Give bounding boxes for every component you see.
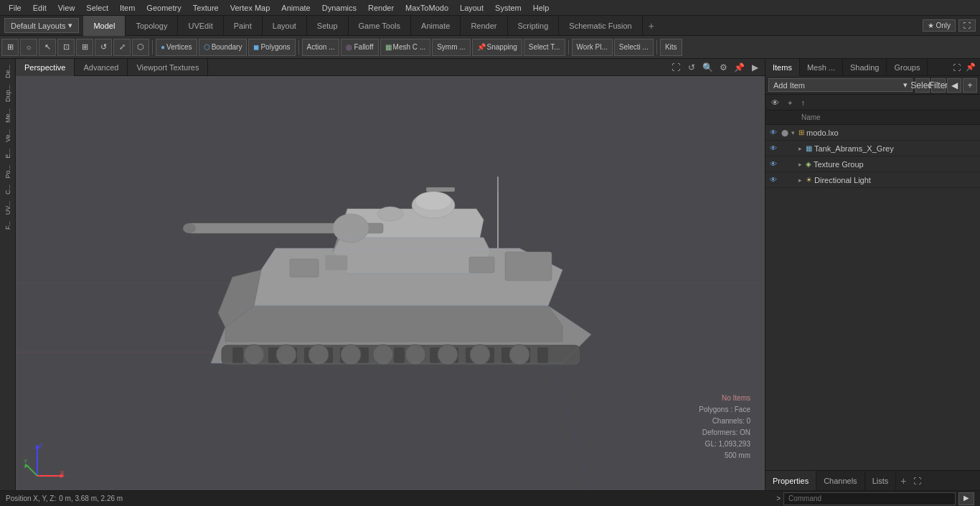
toolbar-falloff-btn[interactable]: ◎ Falloff [341, 39, 378, 56]
toolbar-selecti-btn[interactable]: Selecti ... [614, 39, 654, 56]
sidebar-item-ve..[interactable]: Ve... [3, 126, 13, 145]
tree-item-light[interactable]: 👁 ▸ ☀ Directional Light [765, 172, 980, 188]
toolbar-scale-icon[interactable]: ⤢ [113, 39, 131, 56]
panel-tab-mesh[interactable]: Mesh ... [800, 59, 843, 76]
props-tab-add[interactable]: + [896, 474, 910, 488]
toolbar-action-btn[interactable]: Action ... [302, 39, 340, 56]
layout-tab-uvedit[interactable]: UVEdit [178, 16, 223, 36]
menu-item-render[interactable]: Render [362, 2, 400, 14]
light-expand[interactable]: ▸ [798, 177, 806, 184]
items-up-btn[interactable]: ↑ [798, 98, 808, 108]
toolbar-mesh-btn[interactable]: ▦ Mesh C ... [380, 39, 431, 56]
layout-expand-button[interactable]: ⛶ [958, 19, 976, 32]
menu-item-dynamics[interactable]: Dynamics [316, 2, 362, 14]
props-tab-properties[interactable]: Properties [765, 471, 816, 490]
sidebar-item-c..[interactable]: C... [3, 182, 13, 197]
vp-tab-textures[interactable]: Viewport Textures [128, 59, 208, 76]
vp-tab-perspective[interactable]: Perspective [16, 59, 75, 76]
visibility-texture[interactable]: 👁 [768, 159, 778, 169]
menu-item-select[interactable]: Select [80, 2, 114, 14]
select-button[interactable]: Select [915, 78, 930, 93]
toolbar-transform-icon[interactable]: ⊡ [57, 39, 75, 56]
toolbar-symm-btn[interactable]: Symm ... [432, 39, 470, 56]
layout-tab-scripting[interactable]: Scripting [508, 16, 560, 36]
menu-item-item[interactable]: Item [114, 2, 141, 14]
menu-item-layout[interactable]: Layout [454, 2, 489, 14]
command-go-btn[interactable]: ▶ [958, 492, 974, 505]
panel-collapse-btn[interactable]: ◀ [947, 78, 961, 93]
panel-tab-shading[interactable]: Shading [843, 59, 887, 76]
layout-tab-schematic-fusion[interactable]: Schematic Fusion [559, 16, 642, 36]
toolbar-snapping-btn[interactable]: 📌 Snapping [472, 39, 522, 56]
toolbar-kits-btn[interactable]: Kits [660, 39, 682, 56]
default-layouts-dropdown[interactable]: Default Layouts ▾ [4, 18, 79, 33]
panel-expand-btn[interactable]: + [963, 78, 977, 93]
vp-pin-icon[interactable]: 📌 [732, 60, 746, 75]
tree-item-texture[interactable]: 👁 ▸ ◈ Texture Group [765, 156, 980, 172]
panel-tab-groups[interactable]: Groups [887, 59, 928, 76]
toolbar-select-tool-btn[interactable]: Select T... [524, 39, 565, 56]
toolbar-vertices-btn[interactable]: ● Vertices [156, 39, 197, 56]
toolbar-move-icon[interactable]: ⊞ [76, 39, 93, 56]
sidebar-item-me..[interactable]: Me... [3, 106, 13, 126]
command-input[interactable] [783, 492, 956, 505]
toolbar-shield-icon[interactable]: ⬡ [132, 39, 149, 56]
layout-tab-render[interactable]: Render [461, 16, 507, 36]
vp-expand-icon[interactable]: ⛶ [669, 60, 683, 75]
vp-search-icon[interactable]: 🔍 [700, 60, 715, 75]
vp-settings-icon[interactable]: ⚙ [716, 60, 730, 75]
layout-tab-setup[interactable]: Setup [307, 16, 349, 36]
toolbar-boundary-btn[interactable]: ⬡ Boundary [199, 39, 248, 56]
panel-tab-items[interactable]: Items [765, 59, 800, 76]
vp-reset-icon[interactable]: ↺ [684, 60, 699, 75]
menu-item-system[interactable]: System [489, 2, 527, 14]
add-item-dropdown[interactable]: Add Item ▾ [768, 78, 913, 92]
sidebar-item-dup..[interactable]: Dup... [3, 82, 13, 105]
menu-item-help[interactable]: Help [527, 2, 555, 14]
viewport-canvas[interactable]: No Items Polygons : Face Channels: 0 Def… [16, 76, 765, 490]
props-expand-icon[interactable]: ⛶ [910, 474, 923, 487]
toolbar-cursor-icon[interactable]: ↖ [39, 39, 56, 56]
layout-tab-model[interactable]: Model [83, 16, 126, 36]
sidebar-item-po..[interactable]: Po... [3, 162, 13, 182]
layout-tab-game-tools[interactable]: Game Tools [349, 16, 412, 36]
vp-tab-advanced[interactable]: Advanced [75, 59, 128, 76]
menu-item-vertex map[interactable]: Vertex Map [225, 2, 276, 14]
props-tab-lists[interactable]: Lists [865, 471, 897, 490]
menu-item-view[interactable]: View [52, 2, 81, 14]
toolbar-workplane-btn[interactable]: Work Pl... [572, 39, 613, 56]
toolbar-polygons-btn[interactable]: ◼ Polygons [248, 39, 295, 56]
panel-expand-icon[interactable]: ⛶ [950, 61, 963, 74]
panel-pin-icon[interactable]: 📌 [964, 61, 977, 74]
layout-tab-topology[interactable]: Topology [126, 16, 178, 36]
props-tab-channels[interactable]: Channels [816, 471, 864, 490]
texture-expand[interactable]: ▸ [798, 161, 806, 168]
visibility-icon2[interactable]: ⬤ [780, 128, 790, 138]
mesh-expand[interactable]: ▸ [798, 145, 806, 152]
tree-item-mesh[interactable]: 👁 ▸ ▦ Tank_Abrams_X_Grey [765, 141, 980, 156]
sidebar-item-de..[interactable]: De... [3, 62, 13, 81]
scene-expand[interactable]: ▾ [791, 129, 798, 136]
layout-tab-add[interactable]: + [643, 17, 660, 34]
items-add-btn[interactable]: + [785, 98, 795, 108]
toolbar-circle-icon[interactable]: ○ [20, 39, 37, 56]
visibility-light[interactable]: 👁 [768, 175, 778, 185]
layout-tab-paint[interactable]: Paint [224, 16, 263, 36]
menu-item-file[interactable]: File [3, 2, 27, 14]
menu-item-animate[interactable]: Animate [275, 2, 316, 14]
layout-tab-animate[interactable]: Animate [411, 16, 461, 36]
sidebar-item-f..[interactable]: F... [3, 218, 13, 233]
only-button[interactable]: ★ Only [923, 19, 956, 32]
tree-item-scene[interactable]: 👁 ⬤ ▾ ⊞ modo.lxo [765, 125, 980, 141]
toolbar-grid-icon[interactable]: ⊞ [1, 39, 19, 56]
layout-tab-layout[interactable]: Layout [263, 16, 307, 36]
sidebar-item-uv..[interactable]: UV... [3, 198, 13, 217]
menu-item-texture[interactable]: Texture [187, 2, 225, 14]
toolbar-rotate-icon[interactable]: ↺ [95, 39, 112, 56]
menu-item-geometry[interactable]: Geometry [141, 2, 187, 14]
menu-item-maxtomodo[interactable]: MaxToModo [400, 2, 454, 14]
menu-item-edit[interactable]: Edit [27, 2, 52, 14]
sidebar-item-e..[interactable]: E... [3, 146, 13, 161]
filter-button[interactable]: Filter [931, 78, 946, 93]
vp-more-icon[interactable]: ▶ [748, 60, 762, 75]
